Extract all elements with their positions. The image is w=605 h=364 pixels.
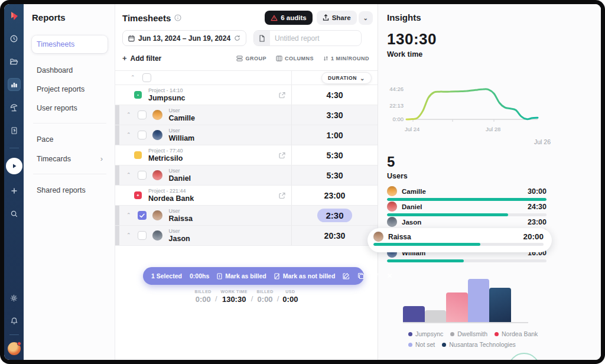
progress-fill <box>373 243 480 246</box>
table-row[interactable]: • Project - 14:10 Jumpsunc 4:30 <box>115 85 378 105</box>
row-checkbox[interactable] <box>138 171 147 180</box>
add-filter-button[interactable]: + Add filter <box>122 54 161 63</box>
external-link-icon[interactable] <box>279 92 285 98</box>
drag-handle[interactable] <box>115 125 119 145</box>
project-bar[interactable] <box>489 288 511 322</box>
collapse-caret-icon[interactable]: ⌃ <box>126 213 131 218</box>
projects-bar-chart[interactable] <box>403 276 528 323</box>
clock-icon[interactable] <box>8 32 21 45</box>
drag-handle[interactable] <box>115 226 119 245</box>
date-range-picker[interactable]: Jun 13, 2024 – Jun 19, 2024 <box>122 30 246 46</box>
user-bar-row[interactable]: Camille 30:00 <box>387 186 547 202</box>
collapse-all-caret-icon[interactable]: ⌃ <box>131 75 135 80</box>
external-link-icon[interactable] <box>279 192 285 199</box>
table-row[interactable]: ⌃ User Jason 20:30 <box>115 226 378 246</box>
row-name: Jumpsunc <box>148 94 186 102</box>
sidebar-item[interactable]: User reports <box>32 99 108 117</box>
sidebar-item[interactable]: Shared reports <box>32 181 108 199</box>
duration-cell: 4:30 <box>291 85 378 105</box>
collapse-caret-icon[interactable]: ⌃ <box>126 233 131 238</box>
table-row[interactable]: ⌃ User Raissa 2:30 <box>115 206 378 226</box>
duration-cell: 20:30 <box>291 226 378 245</box>
row-meta: Project - 14:10 <box>148 87 186 93</box>
delete-trash-icon[interactable] <box>372 272 379 280</box>
invoice-document-icon[interactable] <box>8 124 21 137</box>
insights-panel: Insights 130:30 Work time 44:26 22:13 0:… <box>378 4 601 360</box>
reports-chart-icon[interactable] <box>8 78 21 91</box>
insights-title: Insights <box>387 12 601 22</box>
avatar <box>152 130 162 140</box>
drag-handle[interactable] <box>115 206 119 225</box>
sidebar-title: Reports <box>32 12 108 22</box>
mark-not-billed-button[interactable]: Mark as not billed <box>274 272 336 280</box>
columns-button[interactable]: COLUMNS <box>276 56 314 61</box>
table-row[interactable]: Project - 77:40 Metricsilo 5:30 <box>115 145 378 165</box>
sidebar-item[interactable]: Project reports <box>32 80 108 98</box>
collapse-caret-icon[interactable]: ⌃ <box>126 173 131 178</box>
not-billed-doc-icon <box>274 273 280 280</box>
app-logo-icon[interactable] <box>8 10 20 22</box>
columns-icon <box>276 56 282 61</box>
user-bar-row[interactable]: Daniel 24:30 <box>387 202 547 217</box>
reports-sidebar: Reports Timesheets Dashboard Project rep… <box>24 4 115 360</box>
drag-handle[interactable] <box>115 105 119 125</box>
project-bar[interactable] <box>403 306 425 322</box>
legend-item: Nordea Bank <box>495 330 538 337</box>
mark-billed-button[interactable]: Mark as billed <box>217 272 266 280</box>
info-icon[interactable] <box>174 14 181 21</box>
users-list: Camille 30:00 Daniel 24:30 <box>387 186 547 263</box>
close-icon[interactable]: ✕ <box>386 272 392 280</box>
search-icon[interactable] <box>8 207 21 220</box>
legend-item: Not set <box>408 341 435 348</box>
selected-count: 1 Selected <box>151 272 182 280</box>
work-time-line-chart[interactable]: 44:26 22:13 0:00 <box>387 68 541 125</box>
table-row[interactable]: ⌃ User Camille 3:30 <box>115 105 378 125</box>
row-checkbox[interactable] <box>138 211 147 220</box>
time-off-umbrella-icon[interactable] <box>8 101 21 114</box>
legend-label: Nusantara Technologies <box>449 341 515 348</box>
select-all-checkbox[interactable] <box>142 73 151 82</box>
sidebar-item[interactable]: Pace <box>32 131 108 148</box>
edit-icon[interactable] <box>343 272 350 280</box>
row-checkbox[interactable] <box>138 231 147 240</box>
timer-play-button[interactable] <box>6 158 22 174</box>
add-plus-icon[interactable] <box>8 184 21 197</box>
external-link-icon[interactable] <box>279 152 285 158</box>
project-bar[interactable] <box>446 292 468 322</box>
collapse-caret-icon[interactable]: ⌃ <box>126 112 131 118</box>
rounding-button[interactable]: 1 MIN/ROUND <box>323 56 369 61</box>
avatar <box>152 170 162 180</box>
sidebar-item[interactable]: Timecards › <box>32 150 108 168</box>
notifications-bell-icon[interactable] <box>8 314 21 327</box>
row-checkbox[interactable] <box>138 131 147 139</box>
project-bar[interactable] <box>468 279 490 322</box>
table-row[interactable]: ⌃ User William 1:00 <box>115 125 378 145</box>
projects-count: 5 <box>387 358 601 360</box>
duration-sort-button[interactable]: DURATION ⌄ <box>321 72 372 84</box>
group-button[interactable]: GROUP <box>236 56 266 61</box>
settings-gear-icon[interactable] <box>8 291 21 304</box>
report-name-input[interactable] <box>270 34 362 43</box>
duplicate-icon[interactable] <box>357 272 365 280</box>
avatar <box>387 217 397 227</box>
audits-button[interactable]: 6 audits <box>265 11 312 25</box>
profile-avatar[interactable] <box>8 342 21 355</box>
duration-cell: 5:30 <box>291 165 378 185</box>
avatar <box>152 110 162 120</box>
row-checkbox[interactable] <box>138 110 147 119</box>
sidebar-item[interactable]: Timesheets <box>32 35 108 53</box>
sidebar-item[interactable]: Dashboard <box>32 61 108 79</box>
share-button[interactable]: Share <box>317 11 357 25</box>
highlighted-user-callout[interactable]: Raissa 20:00 <box>367 228 552 252</box>
project-bar[interactable] <box>425 310 447 322</box>
projects-folder-icon[interactable] <box>8 55 21 68</box>
share-menu-button[interactable]: ⌄ <box>359 11 373 25</box>
drag-handle[interactable] <box>115 165 119 185</box>
duration-cell: 23:00 <box>291 186 378 205</box>
table-row[interactable]: ✦ Project - 221:44 Nordea Bank 23:00 <box>115 186 378 206</box>
collapse-caret-icon[interactable]: ⌃ <box>126 132 131 138</box>
duration-cell: 2:30 <box>291 206 378 225</box>
billed-total: 0:00 <box>196 295 211 304</box>
timesheet-table: ⌃ DURATION ⌄ <box>115 70 378 246</box>
table-row[interactable]: ⌃ User Daniel 5:30 <box>115 165 378 186</box>
